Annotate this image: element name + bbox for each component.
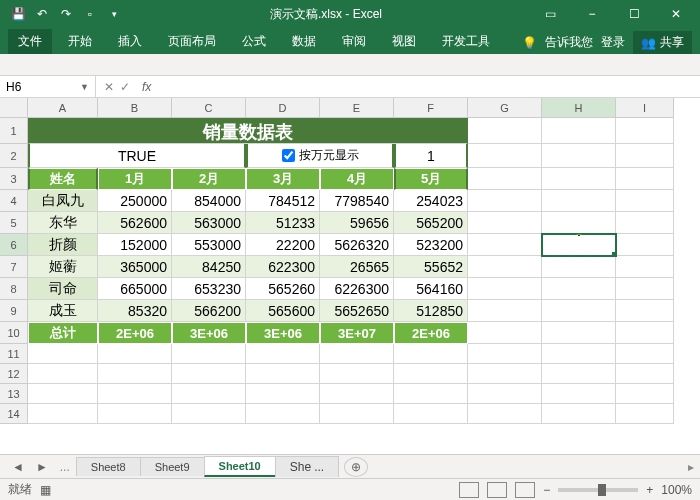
next-sheet-icon[interactable]: ►: [30, 460, 54, 474]
data-cell[interactable]: 563000: [172, 212, 246, 234]
display-wanyuan-checkbox[interactable]: 按万元显示: [282, 147, 359, 164]
table-header[interactable]: 4月: [320, 168, 394, 190]
name-cell[interactable]: 成玉: [28, 300, 98, 322]
cell[interactable]: [542, 168, 616, 190]
name-box[interactable]: H6 ▼: [0, 76, 96, 97]
data-cell[interactable]: 665000: [98, 278, 172, 300]
formula-result[interactable]: TRUE: [28, 144, 246, 168]
cell[interactable]: [246, 364, 320, 384]
cell[interactable]: [616, 384, 674, 404]
cell[interactable]: [28, 364, 98, 384]
row-header-1[interactable]: 1: [0, 118, 28, 144]
worksheet-grid[interactable]: ABCDEFGHI 1销量数据表2TRUE 按万元显示13姓名1月2月3月4月5…: [0, 98, 700, 454]
chevron-down-icon[interactable]: ▼: [80, 82, 89, 92]
col-header-G[interactable]: G: [468, 98, 542, 118]
data-cell[interactable]: 5652650: [320, 300, 394, 322]
record-macro-icon[interactable]: ▦: [40, 483, 51, 497]
ribbon-options-icon[interactable]: ▭: [530, 0, 570, 28]
zoom-in-button[interactable]: +: [646, 483, 653, 497]
data-cell[interactable]: 565260: [246, 278, 320, 300]
cell[interactable]: [468, 300, 542, 322]
sheet-tab-9[interactable]: Sheet9: [140, 457, 205, 476]
data-cell[interactable]: 523200: [394, 234, 468, 256]
page-break-view-icon[interactable]: [515, 482, 535, 498]
total-cell[interactable]: 3E+06: [246, 322, 320, 344]
cell[interactable]: [28, 384, 98, 404]
enter-icon[interactable]: ✓: [120, 80, 130, 94]
data-cell[interactable]: 6226300: [320, 278, 394, 300]
cell[interactable]: [468, 118, 542, 144]
cell[interactable]: [542, 384, 616, 404]
total-label[interactable]: 总计: [28, 322, 98, 344]
zoom-slider[interactable]: [558, 488, 638, 492]
table-header[interactable]: 1月: [98, 168, 172, 190]
cell[interactable]: [28, 344, 98, 364]
cell[interactable]: [468, 404, 542, 424]
cell[interactable]: [542, 404, 616, 424]
cell[interactable]: [616, 404, 674, 424]
cell[interactable]: [320, 404, 394, 424]
data-cell[interactable]: 562600: [98, 212, 172, 234]
close-icon[interactable]: ✕: [656, 0, 696, 28]
save-icon[interactable]: 💾: [10, 6, 26, 22]
tab-data[interactable]: 数据: [282, 29, 326, 54]
total-cell[interactable]: 3E+06: [172, 322, 246, 344]
tab-layout[interactable]: 页面布局: [158, 29, 226, 54]
table-header[interactable]: 姓名: [28, 168, 98, 190]
cell[interactable]: [468, 212, 542, 234]
cell[interactable]: [468, 384, 542, 404]
cancel-icon[interactable]: ✕: [104, 80, 114, 94]
data-cell[interactable]: 653230: [172, 278, 246, 300]
data-cell[interactable]: 565200: [394, 212, 468, 234]
row-header-6[interactable]: 6: [0, 234, 28, 256]
cell[interactable]: [616, 278, 674, 300]
unit-value[interactable]: 1: [394, 144, 468, 168]
col-header-E[interactable]: E: [320, 98, 394, 118]
row-header-2[interactable]: 2: [0, 144, 28, 168]
cell[interactable]: [98, 364, 172, 384]
row-header-13[interactable]: 13: [0, 384, 28, 404]
normal-view-icon[interactable]: [459, 482, 479, 498]
select-all-triangle[interactable]: [0, 98, 28, 118]
data-cell[interactable]: 250000: [98, 190, 172, 212]
maximize-icon[interactable]: ☐: [614, 0, 654, 28]
cell[interactable]: [616, 300, 674, 322]
col-header-I[interactable]: I: [616, 98, 674, 118]
checkbox-input[interactable]: [282, 149, 295, 162]
row-header-12[interactable]: 12: [0, 364, 28, 384]
table-header[interactable]: 2月: [172, 168, 246, 190]
row-header-3[interactable]: 3: [0, 168, 28, 190]
name-cell[interactable]: 白凤九: [28, 190, 98, 212]
cell[interactable]: [616, 234, 674, 256]
tab-review[interactable]: 审阅: [332, 29, 376, 54]
total-cell[interactable]: 2E+06: [98, 322, 172, 344]
name-cell[interactable]: 折颜: [28, 234, 98, 256]
col-header-C[interactable]: C: [172, 98, 246, 118]
checkbox-cell[interactable]: 按万元显示: [246, 144, 394, 168]
cell[interactable]: [542, 322, 616, 344]
cell[interactable]: [616, 256, 674, 278]
cell[interactable]: [246, 404, 320, 424]
cell[interactable]: [468, 234, 542, 256]
cell[interactable]: [542, 364, 616, 384]
row-header-9[interactable]: 9: [0, 300, 28, 322]
cell[interactable]: [394, 364, 468, 384]
cell[interactable]: [468, 256, 542, 278]
cell[interactable]: [28, 404, 98, 424]
table-header[interactable]: 5月: [394, 168, 468, 190]
total-cell[interactable]: 2E+06: [394, 322, 468, 344]
cell[interactable]: [172, 364, 246, 384]
data-cell[interactable]: 784512: [246, 190, 320, 212]
new-icon[interactable]: ▫: [82, 6, 98, 22]
data-cell[interactable]: 553000: [172, 234, 246, 256]
cell[interactable]: [616, 190, 674, 212]
cell[interactable]: [542, 212, 616, 234]
data-cell[interactable]: 565600: [246, 300, 320, 322]
cell[interactable]: [98, 384, 172, 404]
zoom-thumb[interactable]: [598, 484, 606, 496]
cell[interactable]: [616, 364, 674, 384]
cell[interactable]: [542, 256, 616, 278]
sheet-tab-10[interactable]: Sheet10: [204, 456, 276, 477]
tab-scroll-right-icon[interactable]: ▸: [688, 460, 700, 474]
cell[interactable]: [542, 278, 616, 300]
